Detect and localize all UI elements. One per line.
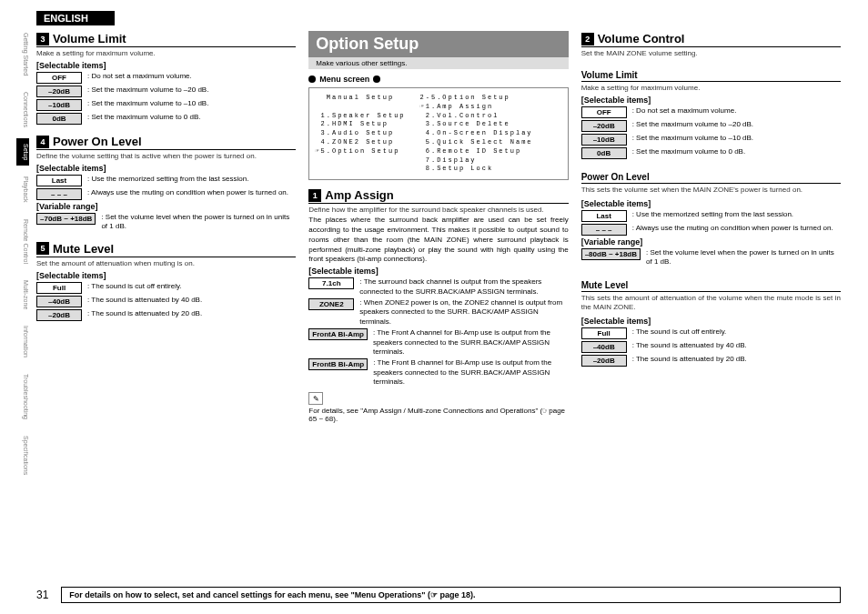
item-desc: Do not set a maximum volume. (87, 72, 296, 81)
footer-note: For details on how to select, set and ca… (61, 587, 841, 603)
item-tag: FrontA Bi-Amp (308, 328, 368, 340)
item-tag: Full (581, 327, 627, 339)
column-left: 3Volume Limit Make a setting for maximum… (36, 31, 296, 423)
selectable-head: [Selectable items] (36, 61, 296, 70)
item-tag: FrontB Bi-Amp (308, 358, 368, 370)
item-row: FullThe sound is cut off entirely. (581, 327, 841, 339)
item-list: OFFDo not set a maximum volume.–20dBSet … (36, 72, 296, 125)
tab-getting-started[interactable]: Getting Started (16, 27, 29, 81)
item-desc: The sound is cut off entirely. (87, 282, 296, 291)
power-on-title: 4Power On Level (36, 134, 296, 150)
item-desc: Set the maximum volume to –10 dB. (632, 134, 841, 143)
item-tag: –20dB (36, 86, 82, 97)
item-tag: – – – (36, 188, 82, 200)
item-tag: –10dB (581, 134, 627, 146)
item-desc: The sound is attenuated by 40 dB. (87, 296, 296, 305)
item-list: LastUse the memorized setting from the l… (581, 210, 841, 236)
item-tag: –70dB ~ +18dB (36, 213, 96, 225)
selectable-head: [Selectable items] (36, 271, 296, 280)
menu-left: Manual Setup 1.Speaker Setup 2.HDMI Setu… (315, 94, 405, 174)
side-tabs: Getting StartedConnectionsSetupPlaybackR… (16, 27, 29, 500)
item-row: – – –Always use the muting on condition … (36, 188, 296, 200)
item-row: LastUse the memorized setting from the l… (36, 175, 296, 186)
volume-limit-title: 3Volume Limit (36, 31, 296, 47)
item-tag: 7.1ch (308, 277, 354, 289)
amp-assign-title: 1Amp Assign (308, 187, 568, 204)
item-row: – – –Always use the muting on condition … (581, 224, 841, 236)
tab-playback[interactable]: Playback (16, 171, 29, 207)
caption: This sets the volume set when the MAIN Z… (581, 184, 841, 197)
dot-icon (373, 75, 380, 83)
item-list: –80dB ~ +18dBSet the volume level when t… (581, 248, 841, 267)
caption: Define how the amplifier for the surroun… (308, 204, 568, 216)
variable-head: [Variable range] (36, 202, 296, 211)
language-label: ENGLISH (36, 11, 115, 25)
mute-title: 5Mute Level (36, 241, 296, 257)
item-tag: –20dB (36, 309, 82, 321)
volume-control-title: 2Volume Control (581, 31, 841, 47)
item-desc: Set the maximum volume to –10 dB. (87, 99, 296, 108)
sub-volume-limit: Volume Limit (581, 70, 841, 82)
menu-screen-head: Menu screen (308, 75, 568, 84)
variable-head: [Variable range] (581, 237, 841, 247)
item-desc: Set the volume level when the power is t… (646, 248, 841, 267)
item-desc: The sound is attenuated by 20 dB. (632, 355, 841, 364)
item-desc: When ZONE2 power is on, the ZONE2 channe… (359, 298, 568, 327)
item-desc: Always use the muting on condition when … (632, 224, 841, 233)
item-tag: –40dB (36, 296, 82, 307)
selectable-head: [Selectable items] (581, 96, 841, 105)
item-desc: The sound is cut off entirely. (632, 327, 841, 337)
item-tag: 0dB (36, 113, 82, 125)
item-desc: The surround back channel is output from… (359, 277, 568, 297)
item-desc: Use the memorized setting from the last … (87, 175, 296, 184)
sub-mute: Mute Level (581, 280, 841, 292)
item-row: –20dBSet the maximum volume to –20 dB. (581, 120, 841, 132)
item-row: OFFDo not set a maximum volume. (581, 106, 841, 118)
caption: This sets the amount of attenuation of t… (581, 292, 841, 316)
item-list: FullThe sound is cut off entirely.–40dBT… (581, 327, 841, 367)
caption: Make a setting for maximum volume. (581, 82, 841, 94)
caption: Set the amount of attenuation when mutin… (36, 257, 296, 269)
selectable-head: [Selectable items] (581, 317, 841, 326)
item-tag: –40dB (581, 341, 627, 353)
item-desc: The Front A channel for Bi-Amp use is ou… (373, 328, 569, 357)
item-tag: Last (36, 175, 82, 186)
item-row: –40dBThe sound is attenuated by 40 dB. (36, 296, 296, 307)
item-row: –20dBSet the maximum volume to –20 dB. (36, 86, 296, 97)
item-row: FullThe sound is cut off entirely. (36, 282, 296, 294)
tab-troubleshooting[interactable]: Troubleshooting (16, 368, 29, 425)
item-tag: –20dB (581, 120, 627, 132)
item-desc: The Front B channel for Bi-Amp use is ou… (373, 358, 568, 387)
option-setup-sub: Make various other settings. (308, 57, 568, 69)
item-list: FullThe sound is cut off entirely.–40dBT… (36, 282, 296, 321)
selectable-head: [Selectable items] (581, 199, 841, 208)
item-row: –40dBThe sound is attenuated by 40 dB. (581, 341, 841, 353)
item-tag: 0dB (581, 147, 627, 159)
item-tag: – – – (581, 224, 627, 236)
column-right: 2Volume Control Set the MAIN ZONE volume… (581, 31, 841, 423)
item-row: –10dBSet the maximum volume to –10 dB. (36, 99, 296, 111)
tab-information[interactable]: Information (16, 320, 29, 363)
tab-connections[interactable]: Connections (16, 86, 29, 133)
pencil-icon: ✎ (308, 392, 323, 405)
tab-specifications[interactable]: Specifications (16, 430, 29, 480)
caption: Define the volume setting that is active… (36, 150, 296, 162)
selectable-head: [Selectable items] (36, 164, 296, 173)
item-row: 0dBSet the maximum volume to 0 dB. (36, 113, 296, 125)
tab-setup[interactable]: Setup (16, 138, 29, 166)
item-desc: The sound is attenuated by 20 dB. (87, 309, 296, 318)
item-tag: –10dB (36, 99, 82, 111)
tab-multi-zone[interactable]: Multi-zone (16, 275, 29, 315)
item-tag: –20dB (581, 355, 627, 367)
item-row: LastUse the memorized setting from the l… (581, 210, 841, 222)
item-row: –20dBThe sound is attenuated by 20 dB. (581, 355, 841, 367)
item-tag: OFF (581, 106, 627, 118)
item-row: –80dB ~ +18dBSet the volume level when t… (581, 248, 841, 267)
caption: Make a setting for maximum volume. (36, 47, 296, 59)
amp-ref: For details, see "Amp Assign / Multi-zon… (308, 407, 568, 423)
dot-icon (308, 75, 316, 83)
tab-remote-control[interactable]: Remote Control (16, 214, 29, 269)
item-row: ZONE2When ZONE2 power is on, the ZONE2 c… (308, 298, 568, 327)
footer: 31 For details on how to select, set and… (36, 587, 841, 603)
item-tag: OFF (36, 72, 82, 84)
